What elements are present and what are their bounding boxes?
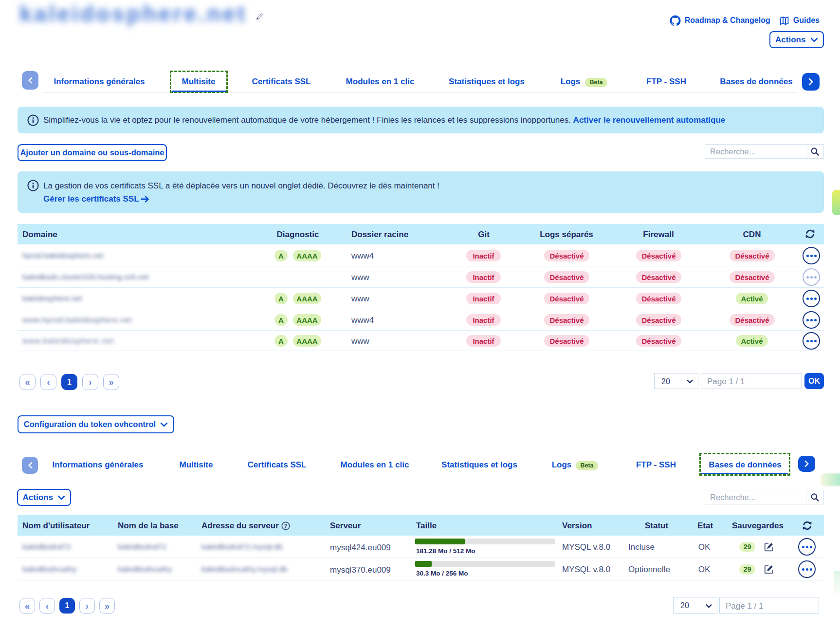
svg-text:?: ? xyxy=(284,523,287,529)
